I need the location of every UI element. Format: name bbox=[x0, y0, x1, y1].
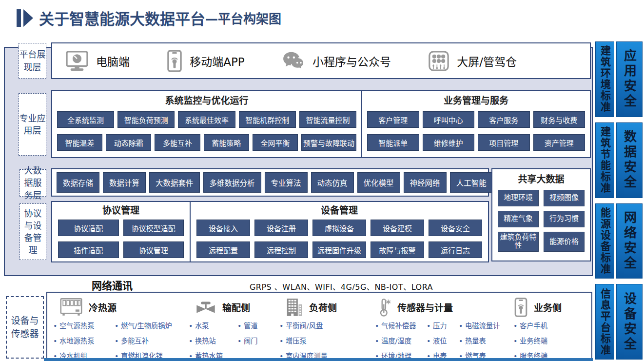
chip-row: 智能派单 维修维护 项目管理 资产管理 bbox=[367, 134, 585, 151]
bigdata-chip: 多维数据分析 bbox=[203, 172, 261, 193]
device-bullet: 电磁流量计 bbox=[459, 319, 500, 334]
device-column-sensors-metering: 传感器与计量 气候补偿器 温度/湿度 环境/地理 压力 液位 电表 电磁流量计 … bbox=[375, 296, 507, 361]
security-bar: 应用安全 bbox=[616, 41, 643, 117]
page-title-suffix: —平台构架图 bbox=[205, 9, 281, 27]
group-business-management: 业务管理与服务 客户管理 呼叫中心 客户服务 财务与收费 智能派单 维修维护 项… bbox=[362, 91, 590, 157]
chip-row: 插件适配 协议管理 bbox=[58, 241, 184, 258]
presentation-item-label: 移动端APP bbox=[190, 53, 244, 69]
group-title: 业务管理与服务 bbox=[367, 94, 585, 107]
chip-row: 全系统监测 智能负荷预测 系统最佳效率 智能机群控制 智能流量控制 bbox=[57, 111, 356, 128]
device-chip: 远程配置 bbox=[196, 241, 250, 258]
monitor-icon bbox=[66, 51, 88, 71]
chip-row: 远程配置 远程控制 远程固件升级 故障与报警 运行日志 bbox=[196, 241, 482, 258]
device-column-business-side: 业务侧 客户手机 业务终端 服务终端 bbox=[507, 296, 585, 361]
device-column-title: 业务侧 bbox=[534, 301, 562, 314]
group-device-management: 设备管理 设备接入 设备注册 虚拟设备 设备建模 设备安全 远程配置 远程控制 … bbox=[191, 202, 488, 261]
device-chip: 远程控制 bbox=[254, 241, 308, 258]
app-chip: 预警与故障联动 bbox=[301, 134, 356, 151]
bigdata-chip: 神经网络 bbox=[404, 172, 447, 193]
presentation-item-pc: 电脑端 bbox=[66, 51, 130, 71]
phone-touch-icon bbox=[514, 298, 527, 317]
device-bullets: 平衡阀/风盘 增压泵 室内温度测量 bbox=[279, 319, 375, 361]
device-bullet: 客户手机 bbox=[513, 319, 547, 334]
mobile-icon bbox=[167, 50, 182, 72]
device-column-distribution: 输配侧 水泵 换热站 蓄热水箱 管道 阀门 bbox=[189, 296, 279, 361]
security-bar: 设备安全 bbox=[616, 284, 643, 360]
presentation-item-label: 大屏/管驾仓 bbox=[457, 53, 517, 69]
device-bullet: 管道 bbox=[237, 319, 258, 334]
bigdata-chip: 优化模型 bbox=[357, 172, 400, 193]
device-bullet: 气候补偿器 bbox=[375, 319, 425, 334]
chip-row: 客户管理 呼叫中心 客户服务 财务与收费 bbox=[367, 111, 585, 128]
shared-bigdata-title: 共享大数据 bbox=[498, 173, 585, 185]
bigdata-chip: 数据计算 bbox=[103, 172, 146, 193]
standard-bar: 建筑环境标准 bbox=[595, 41, 614, 117]
device-bullet: 增压泵 bbox=[279, 334, 328, 349]
hvac-unit-icon bbox=[60, 298, 82, 317]
app-chip: 动态除霜 bbox=[106, 134, 151, 151]
layer-label-devices: 设备与传感器 bbox=[6, 296, 44, 359]
device-column-title: 传感器与计量 bbox=[397, 301, 453, 314]
device-bullets: 空气源热泵 水地源热泵 冷水机组 燃气/生物质锅炉 多能互补 直燃机溴化锂 bbox=[53, 319, 189, 361]
presentation-item-app: 移动端APP bbox=[167, 50, 244, 72]
device-bullet: 燃气/生物质锅炉 bbox=[115, 319, 172, 334]
shared-chip: 地理环境 bbox=[498, 190, 539, 206]
device-bullet: 业务终端 bbox=[513, 334, 547, 349]
device-column-header: 传感器与计量 bbox=[375, 296, 507, 319]
app-chip: 系统最佳效率 bbox=[178, 111, 235, 128]
shared-chip: 视频图像 bbox=[544, 190, 585, 206]
platform-architecture-slide: 关于智慧能源大数据平台 —平台构架图 平台展现层 专业应用层 大数据服务层 协议… bbox=[0, 0, 644, 361]
app-chip: 蓄能策略 bbox=[204, 134, 249, 151]
application-layer-box: 系统监控与优化运行 全系统监测 智能负荷预测 系统最佳效率 智能机群控制 智能流… bbox=[51, 90, 591, 158]
device-bullet: 液位 bbox=[427, 334, 457, 349]
device-bullet: 温度/湿度 bbox=[375, 334, 425, 349]
device-column-header: 业务侧 bbox=[507, 296, 585, 319]
protocol-chip: 协议模型适配 bbox=[123, 220, 184, 236]
presentation-item-label: 电脑端 bbox=[96, 53, 130, 69]
standard-bar: 能源设备标准 bbox=[595, 203, 614, 279]
app-chip: 全网平衡 bbox=[253, 134, 298, 151]
app-chip: 智能派单 bbox=[367, 134, 419, 151]
presentation-item-label: 小程序与公众号 bbox=[312, 53, 391, 69]
bigdata-chip: 数据存储 bbox=[57, 172, 99, 193]
app-chip: 维修维护 bbox=[423, 134, 475, 151]
building-icon bbox=[286, 298, 303, 317]
network-protocols: GRPS 、WLAN、WIFI、4G/5G、NB-IOT、LORA bbox=[205, 281, 478, 292]
app-chip: 客户管理 bbox=[367, 111, 419, 128]
device-bullet: 多能互补 bbox=[115, 334, 172, 349]
device-chip: 故障与报警 bbox=[371, 241, 424, 258]
app-chip: 全系统监测 bbox=[57, 111, 114, 128]
standard-bar: 信息平台标准 bbox=[595, 284, 614, 360]
app-chip: 智能温差 bbox=[57, 134, 102, 151]
security-bar: 网络安全 bbox=[616, 203, 643, 279]
device-bullets: 气候补偿器 温度/湿度 环境/地理 压力 液位 电表 电磁流量计 热量表 燃气表 bbox=[375, 319, 507, 361]
app-chip: 资产管理 bbox=[533, 134, 585, 151]
bigdata-chip: 动态仿真 bbox=[311, 172, 354, 193]
device-chip: 运行日志 bbox=[429, 241, 482, 258]
bigdata-chip: 人工智能 bbox=[450, 172, 493, 193]
app-chip: 呼叫中心 bbox=[423, 111, 475, 128]
app-chip: 客户服务 bbox=[478, 111, 530, 128]
device-column-heating-cooling: 冷热源 空气源热泵 水地源热泵 冷水机组 燃气/生物质锅炉 多能互补 直燃机溴化… bbox=[53, 296, 189, 361]
device-chip: 虚拟设备 bbox=[312, 220, 366, 236]
chip-row: 设备接入 设备注册 虚拟设备 设备建模 设备安全 bbox=[196, 220, 482, 236]
device-chip: 设备建模 bbox=[371, 220, 424, 236]
control-panel-icon bbox=[429, 51, 449, 71]
app-chip: 项目管理 bbox=[478, 134, 530, 151]
chip-row: 智能温差 动态除霜 多能互补 蓄能策略 全网平衡 预警与故障联动 bbox=[57, 134, 356, 151]
bottom-strip bbox=[44, 358, 593, 361]
layer-label-protocol: 协议与设备管理 bbox=[20, 203, 46, 260]
device-bullets: 客户手机 业务终端 服务终端 bbox=[507, 319, 585, 361]
device-bullet: 压力 bbox=[427, 319, 457, 334]
shared-bigdata-grid: 地理环境 视频图像 精准气象 行为习惯 建筑负荷特性 能源价格 bbox=[498, 190, 585, 252]
device-column-header: 输配侧 bbox=[189, 296, 279, 319]
device-bullet: 空气源热泵 bbox=[53, 319, 113, 334]
wechat-icon bbox=[282, 51, 305, 71]
group-title: 协议管理 bbox=[58, 204, 184, 216]
thermometer-icon bbox=[378, 298, 391, 317]
device-column-title: 负荷侧 bbox=[309, 301, 337, 314]
bigdata-layer-box: 数据存储 数据计算 大数据套件 多维数据分析 专业算法 动态仿真 优化模型 神经… bbox=[51, 168, 489, 197]
presentation-item-wechat: 小程序与公众号 bbox=[282, 51, 391, 71]
device-bullet: 热量表 bbox=[459, 334, 500, 349]
app-chip: 多能互补 bbox=[155, 134, 200, 151]
